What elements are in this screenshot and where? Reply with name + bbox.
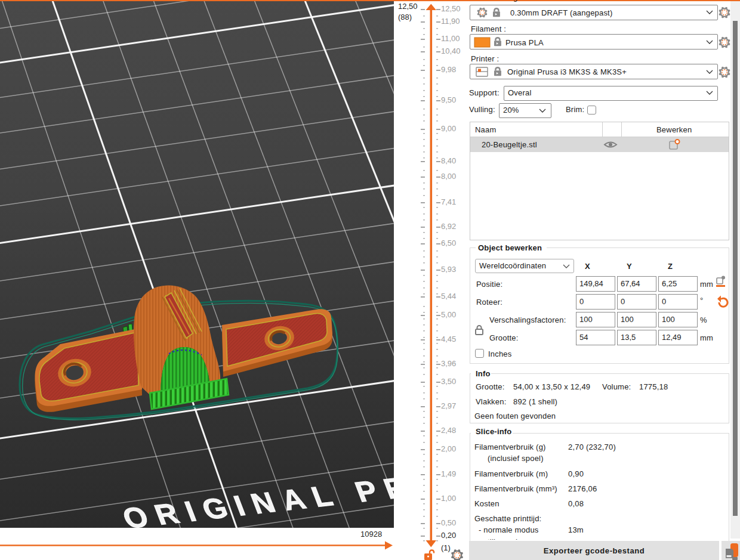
svg-text:ORIGINAL PRUSA: ORIGINAL PRUSA bbox=[118, 460, 394, 528]
